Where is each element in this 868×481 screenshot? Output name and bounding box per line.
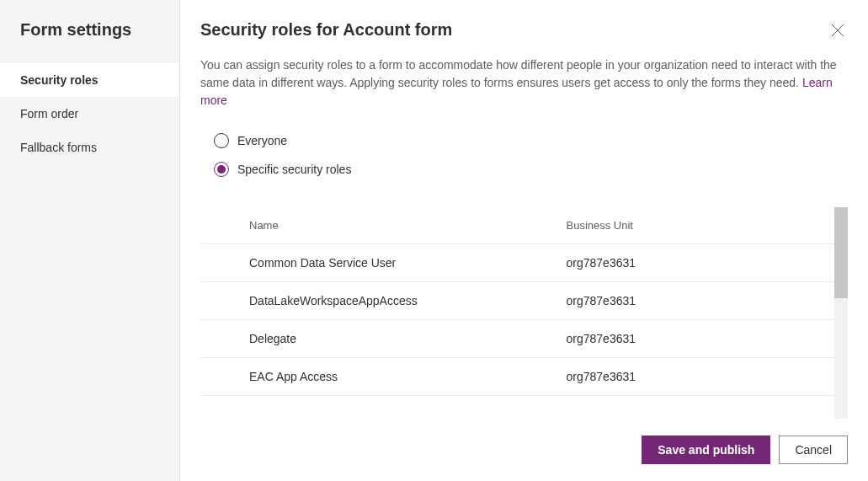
cell-name: EAC App Access [200,358,518,396]
radio-label: Everyone [237,134,287,147]
radio-specific[interactable]: Specific security roles [214,162,848,177]
footer: Save and publish Cancel [180,419,868,481]
main-header: Security roles for Account form [180,0,868,43]
sidebar-item-label: Fallback forms [20,141,97,154]
description-text: You can assign security roles to a form … [200,58,837,89]
sidebar-item-form-order[interactable]: Form order [0,97,179,131]
cell-business-unit: org787e3631 [518,244,835,282]
radio-group: Everyone Specific security roles [180,110,868,200]
sidebar-item-security-roles[interactable]: Security roles [0,63,179,97]
table-row[interactable]: EAC App Access org787e3631 [200,358,834,396]
description: You can assign security roles to a form … [180,43,868,110]
table-row[interactable]: DataLakeWorkspaceAppAccess org787e3631 [200,282,834,320]
table-header-row: Name Business Unit [200,207,834,244]
cell-name: DataLakeWorkspaceAppAccess [200,282,518,320]
roles-table-container: Name Business Unit Common Data Service U… [200,207,848,419]
column-header-business-unit[interactable]: Business Unit [518,207,835,244]
close-button[interactable] [828,20,848,43]
scrollbar-thumb[interactable] [834,207,848,298]
table-row[interactable]: Delegate org787e3631 [200,320,834,358]
table-row[interactable]: Common Data Service User org787e3631 [200,244,834,282]
cell-name: Common Data Service User [200,244,518,282]
sidebar-item-label: Security roles [20,73,99,87]
radio-icon [214,133,229,148]
sidebar-title: Form settings [0,20,179,63]
page-title: Security roles for Account form [200,20,452,40]
close-icon [831,24,844,37]
sidebar-item-label: Form order [20,107,78,120]
cell-business-unit: org787e3631 [518,320,835,358]
save-publish-button[interactable]: Save and publish [642,436,770,464]
roles-table: Name Business Unit Common Data Service U… [200,207,834,396]
radio-label: Specific security roles [237,163,351,176]
radio-icon-selected [214,162,229,177]
cancel-button[interactable]: Cancel [779,436,848,464]
main-panel: Security roles for Account form You can … [180,0,868,481]
scrollbar-track[interactable]: ▴ ▾ [834,207,848,419]
radio-everyone[interactable]: Everyone [214,133,848,148]
cell-name: Delegate [200,320,518,358]
sidebar-item-fallback-forms[interactable]: Fallback forms [0,131,179,164]
cell-business-unit: org787e3631 [518,358,835,396]
column-header-name[interactable]: Name [200,207,518,244]
radio-dot [217,165,226,174]
sidebar: Form settings Security roles Form order … [0,0,180,481]
cell-business-unit: org787e3631 [518,282,835,320]
